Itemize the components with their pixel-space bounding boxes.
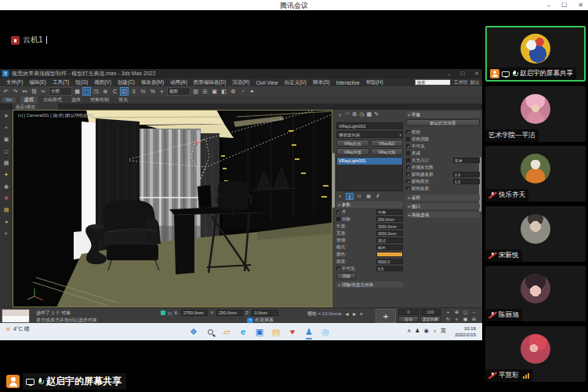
option-row[interactable]: ✓ 影响高光 1.0 [406,178,480,185]
transport-button[interactable]: ◄ [344,311,350,317]
stack-tool-icon[interactable]: ⊡ [355,193,363,200]
toolbar-icon[interactable]: 3 [129,87,138,96]
tray-icon[interactable]: 英 [441,327,446,335]
menu-item[interactable]: 脚本(S) [310,79,333,86]
object-name-field[interactable]: VRayLight001 [336,122,403,129]
pan-view-button[interactable]: ＋ [376,309,396,323]
nav-icon[interactable]: ⊞ [470,316,478,323]
option-row[interactable]: 衰减 [406,150,480,157]
toolbar-icon[interactable]: ✦ [248,87,256,96]
ribbon-tab[interactable]: 自由形式 [39,96,66,103]
taskbar-icon-360[interactable]: ♥ [287,326,298,337]
viewport-label[interactable]: [+] [ Camera001 ] [标准] [默认明暗处理] [18,113,93,118]
maxscript-mini-listener[interactable] [2,309,30,323]
left-toolbar-icon[interactable]: ◐ [2,229,11,238]
menu-item[interactable]: 组(G) [72,79,91,86]
collapsed-rollout-header[interactable]: 高级选项 [406,212,480,218]
vray-sun-button[interactable]: VRay太阳 [371,148,404,155]
option-row[interactable]: 天光入口 简单 [406,157,480,164]
participant-tile[interactable]: 快乐齐天 [485,146,586,201]
stack-tool-icon[interactable]: ▦ [365,193,372,200]
key-field2[interactable]: 100 [420,309,441,315]
transport-button[interactable]: ► [352,311,358,317]
menu-item[interactable]: 渲染(R) [229,79,252,86]
param-row[interactable]: 长度: 3000.0mm [336,223,403,230]
participant-tile[interactable]: 宋新悦 [485,206,586,262]
taskbar-icon-start[interactable]: ❖ [188,326,199,337]
key-field[interactable]: 0 [398,309,419,315]
param-row[interactable]: 颜色: [336,251,403,258]
stack-tool-icon[interactable]: ⌖ [336,193,344,200]
toolbar-icon[interactable]: ½ [139,87,147,96]
vray-ies-button[interactable]: VRayIES [371,140,404,147]
tray-icon[interactable]: ∧ [407,328,411,334]
ribbon-tab[interactable]: 建模 [20,96,38,103]
menu-item[interactable]: 工具(T) [49,79,72,86]
tray-icon[interactable]: ♀ [433,328,437,334]
menu-item[interactable]: Interactive [333,80,363,85]
selected-objects-button[interactable]: 选定对象 [420,316,441,322]
toolbar-icon[interactable]: ◳ [92,87,100,96]
param-row[interactable]: 宽度: 3000.0mm [336,230,403,237]
option-row[interactable]: ✓ 双面 [406,129,480,136]
toolbar-icon[interactable]: 视图 [167,87,191,96]
ribbon-tab[interactable]: 选择 [67,96,85,103]
menu-item[interactable]: 文件(F) [3,79,26,86]
stack-selected-item[interactable]: VRayLight001 [337,158,402,165]
panel-scrollbar[interactable] [332,153,335,208]
menu-item[interactable]: 自定义(U) [281,79,310,86]
param-row[interactable]: ✓ 开 平面 [336,209,403,216]
nav-icon[interactable]: ⌖ [452,316,461,323]
modifier-stack[interactable]: VRayLight001 [336,157,403,191]
menu-item[interactable]: 视图(V) [91,79,114,86]
param-row[interactable]: ✓ 不可见 0.5 [336,265,403,272]
exclude-rollout-header[interactable]: 排除/包含几何体 [336,281,403,288]
general-rollout-header[interactable]: 常规 [406,111,480,118]
left-toolbar-icon[interactable]: ▣ [2,135,11,143]
toolbar-icon[interactable]: ↷ [11,87,20,96]
toolbar-icon[interactable]: ▦ [73,87,82,96]
taskbar-icon-qq[interactable]: ♟ [303,326,314,337]
toolbar-icon[interactable]: % [148,87,157,96]
viewport-tab[interactable]: 场景1模型 [13,103,58,110]
menu-item[interactable]: 图形编辑器(D) [191,79,230,86]
ribbon-corner-badge[interactable]: 3ds [2,97,16,103]
param-row[interactable]: 目标 200.0mm [336,216,403,223]
max-minimize-button[interactable]: – [448,71,451,77]
left-toolbar-icon[interactable]: ◉ [2,182,11,191]
toolbar-icon[interactable]: ◧ [220,87,228,96]
toolbar-icon[interactable]: ▥ [191,87,200,96]
toolbar-icon[interactable]: ✂ [39,87,48,96]
nav-icon[interactable]: ↔ [470,309,478,316]
menu-item[interactable]: Civil View [252,80,281,85]
params-rollout-header[interactable]: 参数 [336,201,403,208]
param-row[interactable]: 模式: 颜色 [336,244,403,251]
option-row[interactable]: ✓ 影响漫反射 1.0 [406,171,480,178]
y-coordinate-field[interactable]: 250.0mm [216,310,243,316]
left-toolbar-icon[interactable]: ▤ [2,205,11,214]
left-toolbar-icon[interactable]: ◻ [2,147,11,155]
toolbar-icon[interactable]: ☰ [201,87,209,96]
modifier-list-dropdown[interactable]: 修改器列表 [336,131,403,138]
default-light-button[interactable]: 默认灯光设置 [406,119,480,126]
workspace-dropdown[interactable]: 工作区: 默认 [454,79,480,86]
participant-tile[interactable]: 平慧彩 [485,326,586,382]
panel-tab[interactable]: ＋ [337,111,343,119]
toolbar-icon[interactable]: ⌖ [158,87,166,96]
taskbar-icon-meeting[interactable]: ▣ [254,326,265,337]
option-row[interactable]: 背面消隐 [406,136,480,143]
toolbar-icon[interactable]: ⚯ [20,87,29,96]
x-coordinate-field[interactable]: 2750.0mm [181,310,208,316]
vray-ambient-button[interactable]: VRay环境 [336,148,369,155]
left-toolbar-icon[interactable]: ⌖ [2,123,11,132]
taskbar-icon-explorer[interactable]: ▱ [221,326,232,337]
nav-icon[interactable]: ◻ [461,309,470,316]
toolbar-icon[interactable]: ◱ [120,87,129,96]
max-maximize-button[interactable]: ☐ [460,71,465,77]
menu-item[interactable]: 创建(C) [114,79,138,86]
taskbar-icon-search[interactable] [205,326,216,337]
param-row[interactable]: 倍增: 30.0 [336,237,403,244]
panel-tab[interactable]: ✎ [374,111,379,119]
stack-tool-icon[interactable]: ✗ [374,193,382,200]
taskbar-icon-folder[interactable]: ▤ [270,326,281,337]
